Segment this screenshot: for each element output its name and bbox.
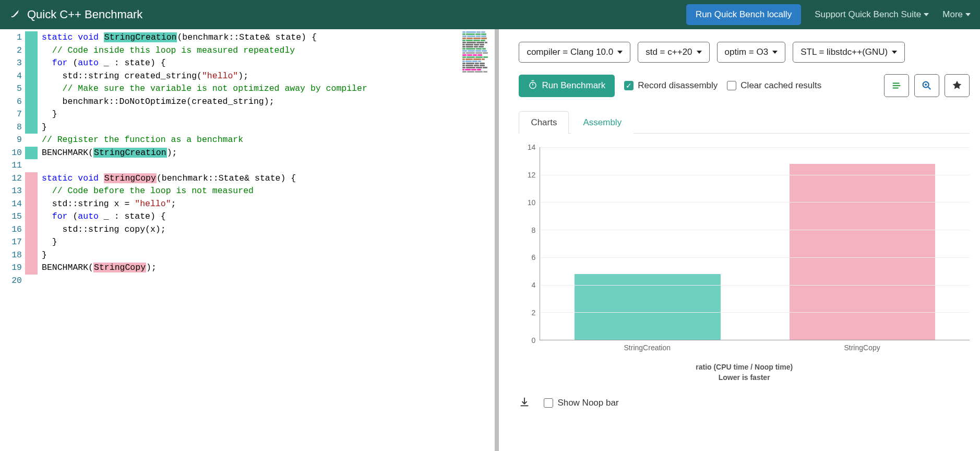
run-benchmark-button[interactable]: Run Benchmark: [519, 75, 615, 97]
bench-marker: [25, 31, 38, 44]
run-row: Run Benchmark Record disassembly Clear c…: [519, 74, 970, 97]
app-title: Quick C++ Benchmark: [27, 8, 142, 21]
record-disasm-checkbox[interactable]: Record disassembly: [624, 80, 718, 91]
code-line[interactable]: BENCHMARK(StringCreation);: [42, 147, 491, 160]
download-chart-button[interactable]: [519, 396, 530, 410]
chart-panel: 02468101214 StringCreationStringCopy rat…: [519, 147, 970, 410]
xlabel: StringCreation: [540, 340, 755, 352]
ytick: 10: [528, 198, 536, 207]
open-in-cppinsights-button[interactable]: [914, 74, 939, 97]
bar-StringCreation[interactable]: [575, 274, 721, 340]
line-number: 7: [2, 108, 22, 121]
clear-cache-label: Clear cached results: [740, 80, 821, 91]
tab-charts[interactable]: Charts: [519, 111, 569, 134]
brand[interactable]: Quick C++ Benchmark: [9, 7, 142, 22]
code-line[interactable]: // Code before the loop is not measured: [42, 185, 491, 198]
bar-slot: [540, 147, 755, 340]
ytick: 0: [532, 336, 536, 345]
code-line[interactable]: }: [42, 236, 491, 249]
benchmark-chart: 02468101214: [519, 147, 970, 340]
code-line[interactable]: for (auto _ : state) {: [42, 57, 491, 70]
more-label: More: [942, 9, 963, 20]
code-line[interactable]: std::string copy(x);: [42, 223, 491, 236]
chevron-down-icon: [965, 13, 971, 16]
line-number: 8: [2, 121, 22, 134]
chart-plot: [540, 147, 970, 340]
stopwatch-icon: [528, 80, 537, 92]
ytick: 8: [532, 226, 536, 234]
code-line[interactable]: for (auto _ : state) {: [42, 210, 491, 223]
bench-marker: [25, 236, 38, 249]
stl-dropdown[interactable]: STL = libstdc++(GNU): [793, 42, 905, 63]
run-local-button[interactable]: Run Quick Bench locally: [686, 4, 801, 25]
ytick: 4: [532, 281, 536, 289]
code-line[interactable]: }: [42, 108, 491, 121]
bench-marker: [25, 198, 38, 211]
code-line[interactable]: [42, 275, 491, 288]
optim-dropdown[interactable]: optim = O3: [717, 42, 786, 63]
std-dropdown[interactable]: std = c++20: [638, 42, 709, 63]
bench-marker: [25, 159, 38, 172]
chevron-down-icon: [617, 51, 623, 54]
tab-assembly[interactable]: Assembly: [571, 111, 634, 134]
checkbox-icon: [544, 398, 553, 408]
open-in-godbolt-button[interactable]: [945, 74, 970, 97]
code-line[interactable]: benchmark::DoNotOptimize(created_string)…: [42, 96, 491, 109]
code-line[interactable]: [42, 159, 491, 172]
code-line[interactable]: std::string x = "hello";: [42, 198, 491, 211]
line-number: 1: [2, 31, 22, 44]
run-benchmark-label: Run Benchmark: [542, 80, 605, 91]
code-editor[interactable]: 1234567891011121314151617181920 static v…: [0, 29, 495, 451]
bar-StringCopy[interactable]: [790, 164, 936, 340]
bench-marker: [25, 82, 38, 96]
code-area[interactable]: static void StringCreation(benchmark::St…: [38, 29, 495, 451]
code-line[interactable]: static void StringCopy(benchmark::State&…: [42, 172, 491, 185]
xlabel: StringCopy: [755, 340, 970, 352]
line-number: 14: [2, 198, 22, 211]
clear-cache-checkbox[interactable]: Clear cached results: [727, 80, 821, 91]
show-noop-label: Show Noop bar: [557, 398, 618, 408]
code-line[interactable]: // Register the function as a benchmark: [42, 134, 491, 147]
line-number: 11: [2, 159, 22, 172]
bench-marker: [25, 210, 38, 223]
ytick: 6: [532, 253, 536, 262]
open-in-compiler-explorer-button[interactable]: [884, 74, 909, 97]
line-number: 13: [2, 185, 22, 198]
minimap[interactable]: [462, 31, 493, 63]
line-number: 4: [2, 70, 22, 83]
chevron-down-icon: [772, 51, 778, 54]
code-line[interactable]: // Make sure the variable is not optimiz…: [42, 82, 491, 96]
line-number: 2: [2, 44, 22, 57]
ytick: 2: [532, 308, 536, 317]
chevron-down-icon: [924, 13, 929, 16]
line-number: 15: [2, 210, 22, 223]
show-noop-checkbox[interactable]: Show Noop bar: [544, 398, 618, 408]
code-line[interactable]: }: [42, 121, 491, 134]
line-number: 16: [2, 223, 22, 236]
chevron-down-icon: [892, 51, 897, 54]
bench-marker: [25, 275, 38, 288]
support-menu[interactable]: Support Quick Bench Suite: [815, 9, 929, 20]
std-value: std = c++20: [646, 47, 692, 57]
compiler-dropdown[interactable]: compiler = Clang 10.0: [519, 42, 630, 63]
code-line[interactable]: BENCHMARK(StringCopy);: [42, 262, 491, 275]
bench-marker: [25, 249, 38, 262]
more-menu[interactable]: More: [942, 9, 971, 20]
stl-value: STL = libstdc++(GNU): [800, 47, 888, 57]
checkbox-icon: [727, 81, 736, 90]
result-tabs: Charts Assembly: [519, 111, 970, 134]
svg-point-0: [11, 16, 13, 17]
code-line[interactable]: std::string created_string("hello");: [42, 70, 491, 83]
line-number: 19: [2, 262, 22, 275]
split-handle[interactable]: [495, 29, 499, 451]
line-number: 20: [2, 275, 22, 288]
code-line[interactable]: static void StringCreation(benchmark::St…: [42, 31, 491, 44]
bench-marker: [25, 172, 38, 185]
results-pane: compiler = Clang 10.0 std = c++20 optim …: [499, 29, 980, 451]
chart-xlabels: StringCreationStringCopy: [540, 340, 970, 352]
ytick: 12: [528, 171, 536, 179]
code-line[interactable]: // Code inside this loop is measured rep…: [42, 44, 491, 57]
bench-marker: [25, 121, 38, 134]
code-line[interactable]: }: [42, 249, 491, 262]
optim-value: optim = O3: [725, 47, 769, 57]
